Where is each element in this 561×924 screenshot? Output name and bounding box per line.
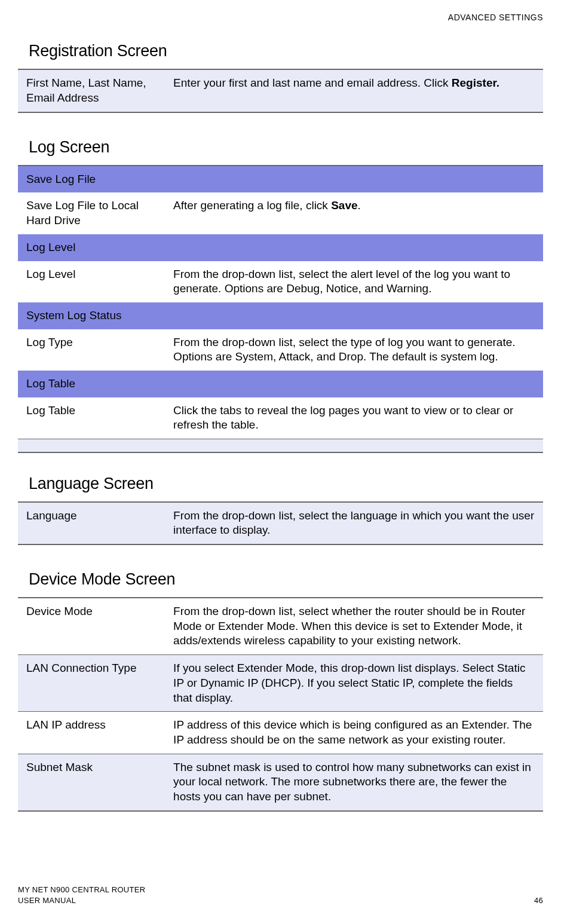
text-bold: Register.: [452, 77, 499, 89]
cell-label: Log Table: [18, 397, 165, 439]
log-table: Save Log File Save Log File to Local Har…: [18, 165, 543, 453]
section-title-registration: Registration Screen: [18, 41, 543, 62]
footer-page-number: 46: [534, 896, 543, 906]
table-row: LAN Connection Type If you select Extend…: [18, 655, 543, 712]
footer-doc: USER MANUAL: [18, 895, 145, 906]
text: Enter your first and last name and email…: [173, 77, 452, 89]
footer-product: MY NET N900 CENTRAL ROUTER: [18, 885, 145, 895]
table-row: Log Table Click the tabs to reveal the l…: [18, 397, 543, 439]
cell-label: First Name, Last Name, Email Address: [18, 69, 165, 112]
table-row: Device Mode From the drop-down list, sel…: [18, 598, 543, 655]
cell-desc: If you select Extender Mode, this drop-d…: [165, 655, 543, 712]
cell-label: Save Log File to Local Hard Drive: [18, 192, 165, 234]
table-row: LAN IP address IP address of this device…: [18, 712, 543, 754]
table-header-row: System Log Status: [18, 302, 543, 329]
cell-label: Subnet Mask: [18, 754, 165, 811]
table-header-row: Save Log File: [18, 166, 543, 193]
cell-label: Device Mode: [18, 598, 165, 655]
section-header: Log Level: [18, 234, 543, 261]
footer-left: MY NET N900 CENTRAL ROUTER USER MANUAL: [18, 885, 145, 906]
text: After generating a log file, click: [173, 199, 331, 212]
cell-label: LAN Connection Type: [18, 655, 165, 712]
cell-desc: After generating a log file, click Save.: [165, 192, 543, 234]
header-category: ADVANCED SETTINGS: [18, 12, 543, 23]
cell-label: Log Level: [18, 261, 165, 302]
registration-table: First Name, Last Name, Email Address Ent…: [18, 69, 543, 112]
cell-desc: From the drop-down list, select the lang…: [165, 502, 543, 544]
table-row: Save Log File to Local Hard Drive After …: [18, 192, 543, 234]
text: .: [358, 199, 361, 212]
section-title-log: Log Screen: [18, 137, 543, 158]
section-title-language: Language Screen: [18, 473, 543, 494]
section-header: System Log Status: [18, 302, 543, 329]
section-title-devicemode: Device Mode Screen: [18, 569, 543, 590]
table-row-empty: [18, 439, 543, 452]
table-header-row: Log Table: [18, 371, 543, 397]
language-table: Language From the drop-down list, select…: [18, 501, 543, 545]
table-row: Log Type From the drop-down list, select…: [18, 329, 543, 371]
table-row: Log Level From the drop-down list, selec…: [18, 261, 543, 302]
page-footer: MY NET N900 CENTRAL ROUTER USER MANUAL 4…: [18, 885, 543, 906]
cell-desc: From the drop-down list, select whether …: [165, 598, 543, 655]
cell-label: Log Type: [18, 329, 165, 371]
section-header: Save Log File: [18, 166, 543, 193]
cell-desc: The subnet mask is used to control how m…: [165, 754, 543, 811]
cell-desc: Click the tabs to reveal the log pages y…: [165, 397, 543, 439]
cell-desc: IP address of this device which is being…: [165, 712, 543, 754]
section-header: Log Table: [18, 371, 543, 397]
cell-desc: Enter your first and last name and email…: [165, 69, 543, 112]
cell-label: Language: [18, 502, 165, 544]
cell-label: LAN IP address: [18, 712, 165, 754]
text-bold: Save: [331, 199, 357, 212]
table-row: Language From the drop-down list, select…: [18, 502, 543, 544]
table-row: First Name, Last Name, Email Address Ent…: [18, 69, 543, 112]
cell-desc: From the drop-down list, select the aler…: [165, 261, 543, 302]
table-header-row: Log Level: [18, 234, 543, 261]
table-row: Subnet Mask The subnet mask is used to c…: [18, 754, 543, 811]
cell-desc: From the drop-down list, select the type…: [165, 329, 543, 371]
devicemode-table: Device Mode From the drop-down list, sel…: [18, 597, 543, 812]
